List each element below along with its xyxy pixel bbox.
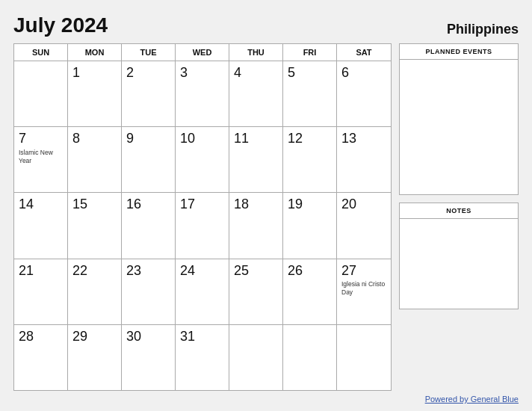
day-number: 26	[288, 263, 332, 279]
day-of-week-header: THU	[229, 44, 283, 61]
event-label: Iglesia ni Cristo Day	[341, 280, 386, 297]
day-number: 27	[341, 263, 386, 279]
day-number: 6	[341, 65, 386, 81]
day-number: 17	[180, 197, 224, 213]
planned-events-body	[400, 60, 518, 194]
day-number: 10	[180, 131, 224, 147]
day-number: 31	[180, 329, 224, 345]
calendar-cell: 10	[176, 127, 229, 192]
planned-events-box: PLANNED EVENTS	[399, 43, 519, 195]
calendar-cell: 29	[68, 325, 122, 390]
calendar-cell	[14, 61, 68, 126]
day-number: 22	[72, 263, 117, 279]
calendar-cell: 18	[229, 193, 283, 258]
calendar-cell: 8	[68, 127, 122, 192]
day-of-week-header: FRI	[283, 44, 337, 61]
calendar-cell	[229, 325, 283, 390]
side-panel: PLANNED EVENTS NOTES	[399, 43, 519, 391]
calendar-week-row: 14151617181920	[14, 193, 391, 259]
country-title: Philippines	[447, 22, 519, 37]
calendar-cell: 4	[229, 61, 283, 126]
calendar-cell: 19	[283, 193, 337, 258]
page: July 2024 Philippines SUNMONTUEWEDTHUFRI…	[0, 0, 532, 411]
calendar-cell: 1	[68, 61, 122, 126]
calendar-cell: 28	[14, 325, 68, 390]
calendar-cell: 16	[122, 193, 176, 258]
day-number: 2	[126, 65, 170, 81]
calendar-cell: 12	[283, 127, 337, 192]
notes-title: NOTES	[400, 203, 518, 219]
calendar-week-row: 7Islamic New Year8910111213	[14, 127, 391, 193]
day-of-week-header: SAT	[337, 44, 391, 61]
day-number: 8	[72, 131, 117, 147]
day-number: 18	[234, 197, 278, 213]
calendar-cell: 2	[122, 61, 176, 126]
day-number: 14	[19, 197, 63, 213]
day-of-week-header: TUE	[122, 44, 176, 61]
event-label: Islamic New Year	[19, 149, 63, 165]
day-number: 9	[126, 131, 170, 147]
calendar-cell: 22	[68, 259, 122, 324]
calendar-cell: 13	[337, 127, 391, 192]
day-number: 28	[19, 329, 63, 345]
day-number: 7	[19, 131, 63, 147]
calendar-cell: 15	[68, 193, 122, 258]
day-number: 30	[126, 329, 170, 345]
calendar-cell: 26	[283, 259, 337, 324]
day-number: 11	[234, 131, 278, 147]
calendar-cell: 23	[122, 259, 176, 324]
day-number: 24	[180, 263, 224, 279]
powered-by-link[interactable]: Powered by General Blue	[425, 395, 519, 404]
day-number: 4	[234, 65, 278, 81]
day-number: 20	[341, 197, 386, 213]
calendar-week-row: 123456	[14, 61, 391, 127]
footer: Powered by General Blue	[13, 391, 519, 404]
day-number: 23	[126, 263, 170, 279]
day-of-week-header: SUN	[14, 44, 68, 61]
calendar: SUNMONTUEWEDTHUFRISAT 1234567Islamic New…	[13, 43, 392, 391]
calendar-cell: 7Islamic New Year	[14, 127, 68, 192]
calendar-cell: 21	[14, 259, 68, 324]
calendar-cell: 17	[176, 193, 229, 258]
day-number: 21	[19, 263, 63, 279]
calendar-header-row: SUNMONTUEWEDTHUFRISAT	[14, 44, 391, 61]
main-content: SUNMONTUEWEDTHUFRISAT 1234567Islamic New…	[13, 43, 519, 391]
calendar-cell: 25	[229, 259, 283, 324]
calendar-cell	[283, 325, 337, 390]
header: July 2024 Philippines	[13, 13, 519, 37]
calendar-cell: 5	[283, 61, 337, 126]
calendar-cell	[337, 325, 391, 390]
calendar-week-row: 21222324252627Iglesia ni Cristo Day	[14, 259, 391, 325]
calendar-cell: 31	[176, 325, 229, 390]
day-number: 19	[288, 197, 332, 213]
notes-box: NOTES	[399, 203, 519, 309]
calendar-cell: 30	[122, 325, 176, 390]
calendar-cell: 9	[122, 127, 176, 192]
day-of-week-header: WED	[176, 44, 229, 61]
day-number: 16	[126, 197, 170, 213]
calendar-cell: 27Iglesia ni Cristo Day	[337, 259, 391, 324]
day-of-week-header: MON	[68, 44, 122, 61]
calendar-cell: 6	[337, 61, 391, 126]
day-number: 1	[72, 65, 117, 81]
calendar-cell: 3	[176, 61, 229, 126]
day-number: 5	[288, 65, 332, 81]
planned-events-title: PLANNED EVENTS	[400, 44, 518, 60]
day-number: 12	[288, 131, 332, 147]
calendar-cell: 11	[229, 127, 283, 192]
day-number: 15	[72, 197, 117, 213]
month-title: July 2024	[13, 13, 108, 37]
day-number: 25	[234, 263, 278, 279]
day-number: 13	[341, 131, 386, 147]
calendar-cell: 20	[337, 193, 391, 258]
day-number: 3	[180, 65, 224, 81]
calendar-cell: 24	[176, 259, 229, 324]
day-number: 29	[72, 329, 117, 345]
notes-body	[400, 219, 518, 309]
calendar-body: 1234567Islamic New Year89101112131415161…	[14, 61, 391, 390]
calendar-cell: 14	[14, 193, 68, 258]
calendar-week-row: 28293031	[14, 325, 391, 390]
